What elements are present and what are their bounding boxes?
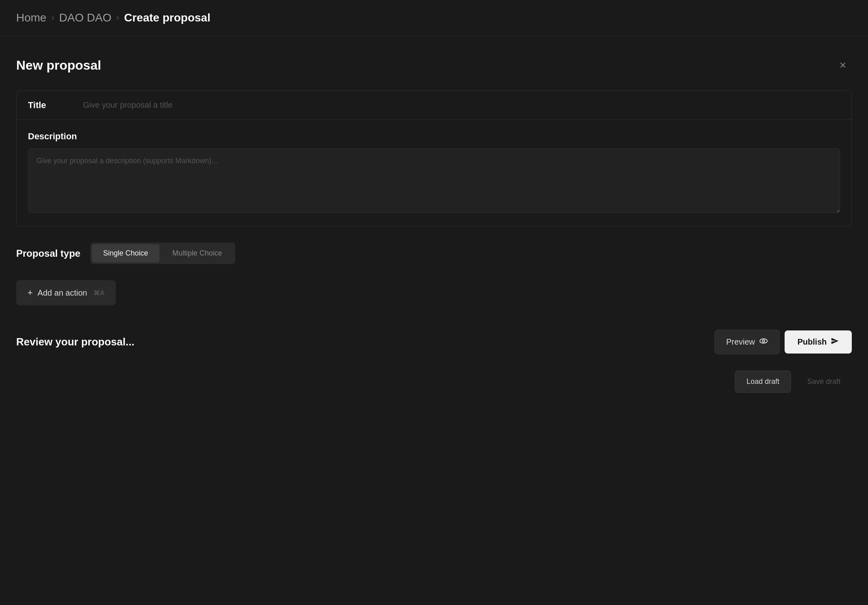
- save-draft-button: Save draft: [796, 371, 852, 393]
- close-button[interactable]: ×: [834, 56, 852, 74]
- load-draft-button[interactable]: Load draft: [735, 371, 791, 393]
- action-buttons: Preview Publish: [715, 330, 852, 354]
- title-label: Title: [28, 100, 77, 111]
- eye-icon: [759, 337, 768, 347]
- proposal-type-label: Proposal type: [16, 248, 81, 259]
- plus-icon: +: [28, 288, 33, 298]
- proposal-type-buttons: Single Choice Multiple Choice: [90, 243, 235, 264]
- preview-button[interactable]: Preview: [715, 330, 780, 354]
- add-action-button[interactable]: + Add an action ⌘A: [16, 280, 116, 305]
- breadcrumb-dao[interactable]: DAO DAO: [59, 11, 111, 24]
- multiple-choice-button[interactable]: Multiple Choice: [161, 244, 234, 262]
- add-action-label: Add an action: [38, 288, 87, 298]
- description-section: Description: [17, 120, 851, 226]
- publish-label: Publish: [798, 337, 827, 347]
- svg-point-1: [762, 340, 765, 342]
- page-title: New proposal: [16, 58, 101, 73]
- title-row: Title: [17, 91, 851, 120]
- breadcrumb: Home › DAO DAO › Create proposal: [0, 0, 868, 36]
- page-header: New proposal ×: [16, 56, 852, 74]
- review-section: Review your proposal... Preview Publish: [16, 330, 852, 354]
- breadcrumb-separator-1: ›: [51, 13, 54, 23]
- form-container: Title Description: [16, 90, 852, 226]
- breadcrumb-separator-2: ›: [116, 13, 119, 23]
- single-choice-button[interactable]: Single Choice: [92, 244, 160, 262]
- add-action-shortcut: ⌘A: [94, 289, 104, 297]
- breadcrumb-home[interactable]: Home: [16, 11, 47, 24]
- main-content: New proposal × Title Description Proposa…: [0, 36, 868, 413]
- review-label: Review your proposal...: [16, 336, 134, 348]
- breadcrumb-current: Create proposal: [124, 11, 211, 24]
- svg-point-0: [760, 339, 767, 343]
- publish-button[interactable]: Publish: [785, 330, 852, 354]
- proposal-type-section: Proposal type Single Choice Multiple Cho…: [16, 243, 852, 264]
- publish-icon: [831, 337, 839, 347]
- description-textarea[interactable]: [28, 148, 840, 213]
- draft-buttons: Load draft Save draft: [16, 371, 852, 393]
- title-input[interactable]: [77, 92, 840, 118]
- preview-label: Preview: [726, 337, 755, 347]
- description-label: Description: [28, 131, 840, 142]
